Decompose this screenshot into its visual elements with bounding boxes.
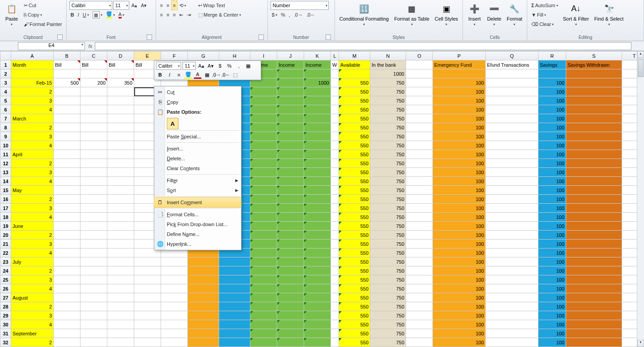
row-header-19[interactable]: 19 [0,222,11,231]
row-header-1[interactable]: 1 [0,60,11,69]
ctx-define-name[interactable]: Define Name... [154,229,241,239]
cell-F26[interactable] [161,284,188,293]
cell-K3[interactable]: 1000 [304,78,331,87]
cell-B27[interactable] [54,293,80,302]
merge-center-button[interactable]: ⬚Merge & Center [197,10,242,19]
cell-R30[interactable]: 100 [538,320,566,329]
cell-K18[interactable] [304,213,331,222]
cell-J7[interactable] [277,114,304,123]
col-header-M[interactable]: M [339,51,370,60]
cell-O21[interactable] [406,240,433,248]
cell-F30[interactable] [161,320,188,329]
cell-C21[interactable] [80,240,107,248]
cell-A3[interactable]: Feb-15 [11,78,54,87]
cell-L24[interactable] [331,266,339,275]
number-format-combo[interactable]: Number [271,1,329,10]
cell-B9[interactable] [54,132,80,141]
ctx-insert[interactable]: Insert... [154,144,241,154]
mini-accounting[interactable]: $ [216,62,224,70]
cell-G26[interactable] [188,284,219,293]
cell-Q13[interactable] [486,168,538,177]
cell-M27[interactable]: 550 [339,293,370,302]
cell-I27[interactable] [250,293,277,302]
cell-F31[interactable] [161,329,188,338]
cell-G25[interactable] [188,275,219,284]
cell-Q26[interactable] [486,284,538,293]
cell-S23[interactable] [566,257,622,266]
cell-D7[interactable] [107,114,134,123]
cell-R13[interactable]: 100 [538,168,566,177]
cell-A7[interactable]: March [11,114,54,123]
mini-borders[interactable]: ▦ [203,71,211,79]
cell-N22[interactable]: 750 [370,248,406,257]
cell-N15[interactable]: 750 [370,186,406,195]
cell-S8[interactable] [566,123,622,132]
cell-A21[interactable]: 3 [11,240,54,248]
cell-N30[interactable]: 750 [370,320,406,329]
cell-A1[interactable]: Month [11,60,54,69]
cell-N1[interactable]: In the bank [370,60,406,69]
cell-S2[interactable] [566,69,622,78]
row-header-25[interactable]: 25 [0,275,11,284]
cell-N20[interactable]: 750 [370,231,406,240]
cell-I10[interactable] [250,141,277,150]
cell-Q24[interactable] [486,266,538,275]
cell-O31[interactable] [406,329,433,338]
cell-O27[interactable] [406,293,433,302]
cell-G30[interactable] [188,320,219,329]
cell-L8[interactable] [331,123,339,132]
cell-J21[interactable] [277,240,304,248]
cell-N11[interactable]: 750 [370,150,406,159]
cell-J20[interactable] [277,231,304,240]
cell-Q20[interactable] [486,231,538,240]
cell-K25[interactable] [304,275,331,284]
col-header-H[interactable]: H [219,51,250,60]
align-middle-button[interactable]: ≡ [165,1,170,10]
cell-L21[interactable] [331,240,339,248]
increase-indent-button[interactable]: ⇥ [186,10,192,19]
cell-A19[interactable]: June [11,222,54,231]
cell-N25[interactable]: 750 [370,275,406,284]
cell-I32[interactable] [250,338,277,347]
cell-O26[interactable] [406,284,433,293]
cell-P10[interactable]: 100 [433,141,486,150]
row-header-21[interactable]: 21 [0,240,11,248]
cell-S30[interactable] [566,320,622,329]
cell-S17[interactable] [566,204,622,213]
ctx-sort[interactable]: Sort▶ [154,185,241,195]
mini-font-face[interactable]: Calibri [156,62,181,70]
cell-C2[interactable] [80,69,107,78]
font-color-button[interactable]: A [117,10,126,19]
cell-I4[interactable] [250,87,277,96]
cell-O23[interactable] [406,257,433,266]
cell-M12[interactable]: 550 [339,159,370,168]
decrease-decimal-button[interactable]: .0← [305,10,317,19]
cell-O3[interactable] [406,78,433,87]
cell-S13[interactable] [566,168,622,177]
cell-K6[interactable] [304,105,331,114]
cell-H30[interactable] [219,320,250,329]
cell-L6[interactable] [331,105,339,114]
cell-L17[interactable] [331,204,339,213]
cell-S29[interactable] [566,311,622,320]
cell-L30[interactable] [331,320,339,329]
cell-P21[interactable]: 100 [433,240,486,248]
cell-S22[interactable] [566,248,622,257]
cell-A28[interactable]: 2 [11,302,54,311]
cell-B13[interactable] [54,168,80,177]
cell-C9[interactable] [80,132,107,141]
align-top-button[interactable]: ≡ [159,1,164,10]
cell-H27[interactable] [219,293,250,302]
italic-button[interactable]: I [76,10,80,19]
cell-R12[interactable]: 100 [538,159,566,168]
cell-D29[interactable] [107,311,134,320]
cell-R4[interactable]: 100 [538,87,566,96]
cell-A20[interactable]: 2 [11,231,54,240]
cell-M28[interactable]: 550 [339,302,370,311]
cell-C11[interactable] [80,150,107,159]
cell-F27[interactable] [161,293,188,302]
cell-N24[interactable]: 750 [370,266,406,275]
cell-A9[interactable]: 3 [11,132,54,141]
cell-Q32[interactable] [486,338,538,347]
cell-C3[interactable]: 200 [80,78,107,87]
